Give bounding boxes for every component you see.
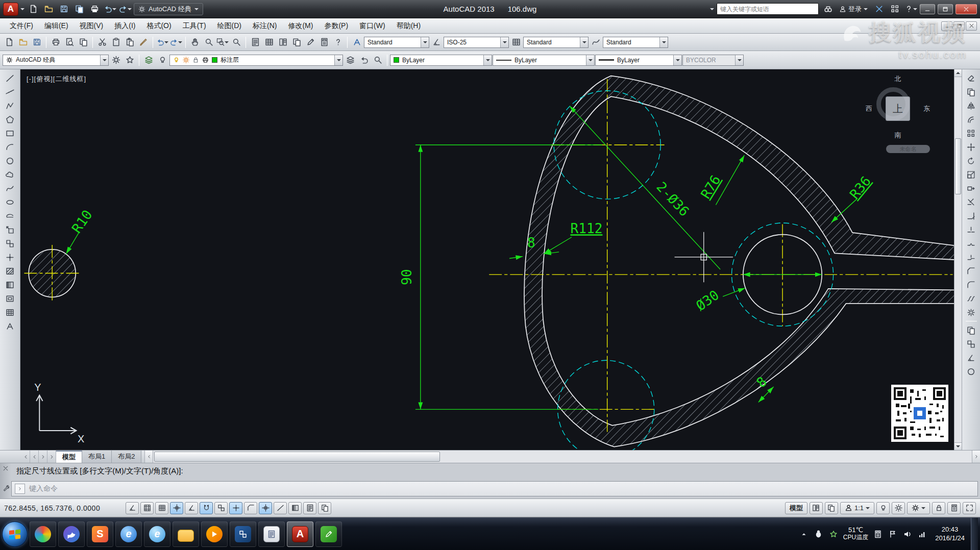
- taskbar-clock[interactable]: 20:43 2016/1/24: [932, 526, 968, 542]
- layer-previous-button[interactable]: [357, 54, 371, 66]
- customize-wrench-icon[interactable]: [3, 485, 9, 491]
- tab-first-button[interactable]: [21, 451, 30, 463]
- combo-arrow[interactable]: [659, 37, 668, 47]
- publish-button[interactable]: [77, 36, 90, 48]
- drawing-canvas[interactable]: 90 R10 R112 8 2-Ø36: [20, 69, 962, 450]
- combo-arrow[interactable]: [500, 37, 508, 47]
- rotate-button[interactable]: [964, 154, 978, 167]
- qat-undo-button[interactable]: [103, 3, 116, 15]
- start-button[interactable]: [2, 521, 28, 547]
- array-button[interactable]: [964, 127, 978, 140]
- copy-clip-button[interactable]: [109, 36, 122, 48]
- make-object-layer-current-button[interactable]: [344, 54, 357, 66]
- plot-preview-button[interactable]: [63, 36, 76, 48]
- taskbar-app-player[interactable]: [201, 521, 228, 547]
- color-combo[interactable]: ByLayer: [390, 55, 492, 66]
- combo-arrow[interactable]: [334, 55, 342, 65]
- dim-bore-text[interactable]: Ø30: [693, 287, 722, 314]
- zoom-previous-button[interactable]: [230, 36, 243, 48]
- dim-r10-text[interactable]: R10: [69, 207, 95, 236]
- fillet-button[interactable]: [964, 278, 978, 291]
- combo-arrow[interactable]: [580, 37, 588, 47]
- linetype-combo[interactable]: ByLayer: [493, 55, 595, 66]
- spline-button[interactable]: [3, 182, 17, 195]
- taskbar-app-sogou[interactable]: S: [87, 521, 113, 547]
- annotation-scale-button[interactable]: 1:1: [840, 502, 874, 514]
- copy-button[interactable]: [964, 85, 978, 98]
- minimize-button[interactable]: [920, 4, 935, 14]
- command-input-placeholder[interactable]: 键入命令: [29, 484, 58, 493]
- usb-device-icon[interactable]: [888, 529, 898, 539]
- show-desktop-button[interactable]: [971, 518, 978, 550]
- compass-north-label[interactable]: 北: [865, 74, 931, 84]
- combo-arrow[interactable]: [586, 55, 594, 65]
- open-button[interactable]: [16, 36, 30, 48]
- volume-icon[interactable]: [902, 529, 913, 539]
- break-button[interactable]: [964, 237, 978, 250]
- taskbar-app-orb[interactable]: [30, 521, 56, 547]
- taskbar-app-ie[interactable]: e: [115, 521, 142, 547]
- qq-penguin-icon[interactable]: [814, 529, 824, 539]
- compass-top-button[interactable]: 上: [886, 96, 910, 121]
- dyn-toggle[interactable]: [259, 502, 272, 514]
- dim-radius-button[interactable]: [964, 365, 978, 378]
- compass-east-label[interactable]: 东: [923, 104, 930, 113]
- text-style-icon-button[interactable]: [350, 36, 363, 48]
- dim-r36-text[interactable]: R36: [847, 173, 874, 202]
- taskbar-app-notes[interactable]: [315, 521, 342, 547]
- vertical-scroll-thumb[interactable]: [955, 138, 961, 194]
- search-input[interactable]: [719, 5, 816, 13]
- qat-redo-button[interactable]: [118, 3, 132, 15]
- quick-view-drawings-button[interactable]: [825, 502, 838, 514]
- tab-layout1[interactable]: 布局1: [82, 451, 112, 463]
- menu-file[interactable]: 文件(F): [4, 18, 39, 33]
- clean-screen-button[interactable]: [963, 502, 976, 514]
- undo-button[interactable]: [156, 36, 169, 48]
- layer-states-button[interactable]: [156, 54, 169, 66]
- sheetset-button[interactable]: [290, 36, 303, 48]
- circle-button[interactable]: [3, 154, 17, 167]
- annotation-autoscale-button[interactable]: [892, 502, 905, 514]
- ortho-toggle[interactable]: [170, 502, 183, 514]
- tab-prev-button[interactable]: [30, 451, 39, 463]
- model-space-button[interactable]: 模型: [785, 502, 807, 514]
- horizontal-scrollbar[interactable]: [144, 451, 980, 463]
- gradient-button[interactable]: [3, 278, 17, 291]
- menu-view[interactable]: 视图(V): [74, 18, 109, 33]
- taskbar-app-journal[interactable]: [258, 521, 285, 547]
- qat-saveas-button[interactable]: [72, 3, 86, 15]
- construction-line-button[interactable]: [3, 85, 17, 98]
- break-at-point-button[interactable]: [964, 223, 978, 236]
- layer-properties-button[interactable]: [142, 54, 155, 66]
- explode-button[interactable]: [964, 306, 978, 319]
- maximize-button[interactable]: [938, 4, 953, 14]
- osnap3d-toggle[interactable]: [214, 502, 228, 514]
- dim-style-icon-button[interactable]: [430, 36, 443, 48]
- menu-edit[interactable]: 编辑(E): [39, 18, 74, 33]
- match-properties-button[interactable]: [137, 36, 150, 48]
- table-button[interactable]: [3, 306, 17, 319]
- doc-close-button[interactable]: [966, 21, 977, 31]
- layer-isolate-button[interactable]: [371, 54, 384, 66]
- plot-button[interactable]: [49, 36, 62, 48]
- designcenter-button[interactable]: [262, 36, 276, 48]
- offset-button[interactable]: [964, 113, 978, 126]
- table-style-combo[interactable]: Standard: [523, 37, 589, 48]
- trim-button[interactable]: [964, 195, 978, 209]
- taskbar-app-autocad[interactable]: A: [287, 521, 313, 547]
- polygon-button[interactable]: [3, 113, 17, 126]
- dim-holes-text[interactable]: 2-Ø36: [653, 179, 692, 219]
- annotation-visibility-button[interactable]: [876, 502, 890, 514]
- save-button[interactable]: [30, 36, 43, 48]
- taskbar-app-media[interactable]: [230, 521, 256, 547]
- ducs-toggle[interactable]: [244, 502, 257, 514]
- vertical-scrollbar[interactable]: [954, 69, 962, 450]
- paste-button[interactable]: [123, 36, 136, 48]
- osnap-toggle[interactable]: [200, 502, 213, 514]
- extend-button[interactable]: [964, 209, 978, 222]
- join-button[interactable]: [964, 251, 978, 264]
- tab-last-button[interactable]: [47, 451, 56, 463]
- mleader-style-icon-button[interactable]: [589, 36, 602, 48]
- qat-plot-button[interactable]: [88, 3, 101, 15]
- scale-button[interactable]: [964, 168, 978, 181]
